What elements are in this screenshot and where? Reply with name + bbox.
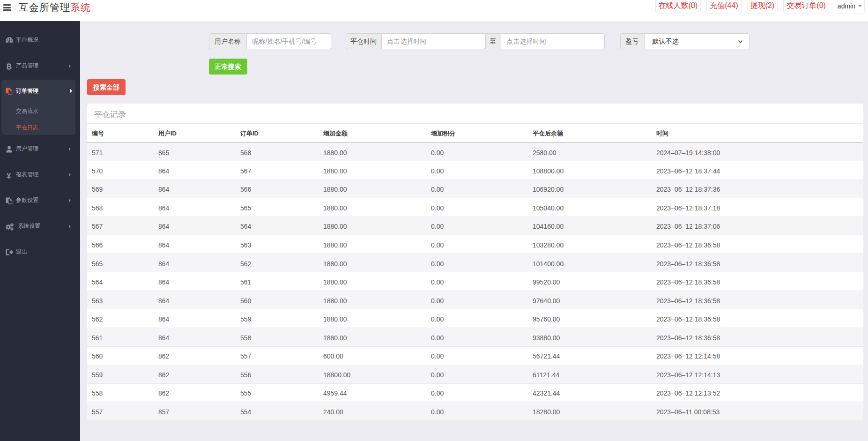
- svg-text:¥: ¥: [7, 172, 11, 179]
- svg-text:B: B: [6, 63, 12, 70]
